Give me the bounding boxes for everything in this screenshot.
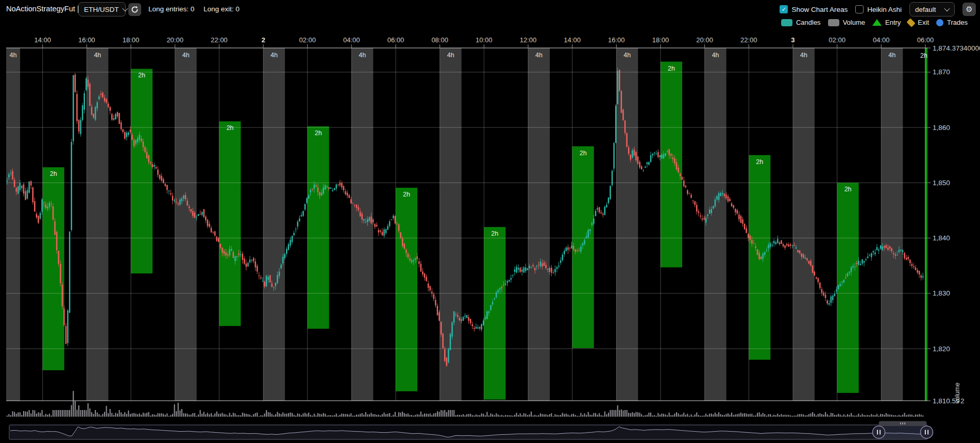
svg-text:14:00: 14:00 <box>34 36 51 44</box>
svg-text:2h: 2h <box>315 129 322 137</box>
chart-legend: CandlesVolumeEntryExitTrades <box>781 19 968 26</box>
svg-text:18:00: 18:00 <box>123 36 140 44</box>
svg-text:2h: 2h <box>920 52 927 59</box>
refresh-icon <box>131 6 139 13</box>
svg-text:20:00: 20:00 <box>166 36 183 44</box>
svg-text:22:00: 22:00 <box>211 36 228 44</box>
svg-text:14:00: 14:00 <box>564 36 581 44</box>
svg-text:4h: 4h <box>271 52 278 59</box>
svg-text:02:00: 02:00 <box>299 36 316 44</box>
svg-text:10:00: 10:00 <box>476 36 493 44</box>
svg-text:4h: 4h <box>535 52 543 59</box>
svg-text:16:00: 16:00 <box>608 36 625 44</box>
svg-text:02:00: 02:00 <box>829 36 846 44</box>
svg-text:08:00: 08:00 <box>431 36 448 44</box>
refresh-button[interactable] <box>128 3 141 16</box>
svg-text:20:00: 20:00 <box>696 36 713 44</box>
volume-bars <box>7 391 923 417</box>
header-bar: NoActionStrategyFut | 5m ETH/USDT Long e… <box>0 0 980 31</box>
chevron-down-icon <box>944 6 950 11</box>
heikin-ashi-label: Heikin Ashi <box>867 6 902 13</box>
svg-text:4h: 4h <box>447 52 454 59</box>
svg-text:1,840: 1,840 <box>933 234 950 242</box>
show-chart-areas-checkbox[interactable]: ✓ <box>780 5 788 13</box>
header-controls: ✓ Show Chart Areas Heikin Ashi default ⚙ <box>780 2 976 17</box>
svg-text:04:00: 04:00 <box>343 36 360 44</box>
plot-config-select[interactable]: default <box>909 2 955 17</box>
show-chart-areas-toggle[interactable]: ✓ Show Chart Areas <box>780 5 848 13</box>
heikin-ashi-toggle[interactable]: Heikin Ashi <box>855 5 902 13</box>
range-slider-handle-left[interactable] <box>873 426 885 438</box>
svg-text:2h: 2h <box>403 191 410 198</box>
svg-text:2: 2 <box>960 397 965 405</box>
price-chart-canvas[interactable]: 4h4h4h4h4h4h4h4h4h4h4h2h2h2h2h2h2h2h2h2h… <box>0 0 980 443</box>
legend-label: Entry <box>885 19 901 26</box>
svg-text:1,860: 1,860 <box>933 124 950 132</box>
legend-item-entry[interactable]: Entry <box>872 19 901 26</box>
candles-marker-icon <box>781 19 792 26</box>
legend-item-volume[interactable]: Volume <box>828 19 865 26</box>
chevron-down-icon <box>122 6 128 11</box>
svg-text:2h: 2h <box>844 186 852 193</box>
svg-text:2h: 2h <box>50 170 57 177</box>
trade-stats: Long entries: 0 Long exit: 0 <box>148 5 240 13</box>
svg-text:volume: volume <box>954 383 961 403</box>
long-entries-count: Long entries: 0 <box>148 5 194 13</box>
legend-item-candles[interactable]: Candles <box>781 19 821 26</box>
svg-text:2h: 2h <box>226 124 233 132</box>
svg-text:4h: 4h <box>10 52 17 59</box>
svg-text:2h: 2h <box>668 65 675 72</box>
svg-text:2h: 2h <box>756 158 763 166</box>
svg-text:1,830: 1,830 <box>933 289 950 297</box>
svg-text:3: 3 <box>791 36 795 44</box>
svg-text:06:00: 06:00 <box>917 36 934 44</box>
trades-marker-icon <box>936 19 943 26</box>
entry-marker-icon <box>872 19 882 26</box>
svg-text:4h: 4h <box>94 52 101 59</box>
legend-item-exit[interactable]: Exit <box>908 19 929 26</box>
svg-text:1,820: 1,820 <box>933 345 950 353</box>
svg-text:1,874.373400000: 1,874.373400000 <box>933 44 980 52</box>
legend-item-trades[interactable]: Trades <box>936 19 968 26</box>
svg-text:2h: 2h <box>580 150 587 157</box>
long-exit-count: Long exit: 0 <box>204 5 240 13</box>
legend-label: Volume <box>843 19 865 26</box>
x-axis: 14:0016:0018:0020:0022:00202:0004:0006:0… <box>34 36 934 48</box>
svg-text:04:00: 04:00 <box>873 36 890 44</box>
svg-text:4h: 4h <box>623 52 631 59</box>
show-chart-areas-label: Show Chart Areas <box>791 6 848 13</box>
svg-text:4h: 4h <box>359 52 366 59</box>
svg-text:12:00: 12:00 <box>520 36 537 44</box>
plot-config-value: default <box>915 6 936 13</box>
plot-settings-button[interactable]: ⚙ <box>962 3 976 16</box>
range-slider-handle-right[interactable] <box>921 426 933 438</box>
svg-text:4h: 4h <box>888 52 895 59</box>
svg-text:4h: 4h <box>800 52 807 59</box>
exit-marker-icon <box>907 18 916 27</box>
pair-select[interactable]: ETH/USDT <box>78 2 126 17</box>
range-slider[interactable] <box>9 421 933 440</box>
gear-icon: ⚙ <box>966 5 972 14</box>
svg-text:2h: 2h <box>138 72 145 79</box>
svg-text:2h: 2h <box>491 230 498 237</box>
pair-select-value: ETH/USDT <box>84 6 119 13</box>
svg-text:06:00: 06:00 <box>387 36 404 44</box>
y-axis: 1,874.3734000001,8701,8601,8501,8401,830… <box>927 44 980 405</box>
svg-text:2: 2 <box>261 36 265 44</box>
legend-label: Exit <box>918 19 929 26</box>
svg-text:18:00: 18:00 <box>652 36 669 44</box>
svg-text:1,850: 1,850 <box>933 179 950 187</box>
svg-text:16:00: 16:00 <box>78 36 95 44</box>
legend-label: Trades <box>947 19 968 26</box>
svg-text:1,870: 1,870 <box>933 68 950 76</box>
legend-label: Candles <box>796 19 821 26</box>
svg-text:4h: 4h <box>182 52 190 59</box>
svg-text:22:00: 22:00 <box>740 36 757 44</box>
volume-marker-icon <box>828 19 839 26</box>
heikin-ashi-checkbox[interactable] <box>855 5 864 13</box>
svg-text:4h: 4h <box>712 52 719 59</box>
